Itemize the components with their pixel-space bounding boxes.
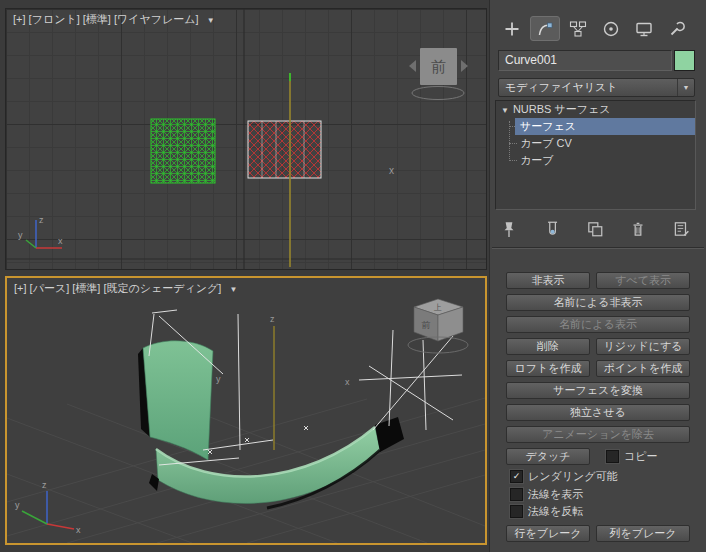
viewport-perspective[interactable]: [+] [パース] [標準] [既定のシェーディング]▼ z y x — [5, 276, 487, 545]
viewport-front-label-text: [+] [フロント] [標準] [ワイヤフレーム] — [13, 13, 199, 25]
perspective-grid — [7, 396, 485, 543]
checkbox-box-checked[interactable]: ✓ — [510, 470, 523, 483]
viewcube-right-arrow-icon[interactable] — [461, 60, 468, 72]
create-loft-button[interactable]: ロフトを作成 — [506, 360, 590, 377]
remove-animation-button[interactable]: アニメーションを除去 — [506, 426, 690, 443]
tripod-z-label: z — [42, 480, 47, 490]
axis-tripod: z x y — [18, 215, 63, 248]
break-column-button[interactable]: 列をブレーク — [596, 525, 690, 542]
axis-tripod: z x y — [15, 480, 81, 535]
viewport-menu-arrow-icon[interactable]: ▼ — [229, 285, 237, 294]
show-normals-checkbox-label: 法線を表示 — [528, 487, 583, 502]
green-wireframe-object[interactable] — [151, 119, 215, 183]
checkbox-box[interactable] — [510, 505, 523, 518]
object-name-field[interactable]: Curve001 — [498, 50, 672, 71]
copy-checkbox-label: コピー — [624, 449, 658, 464]
stack-item-curve-cv[interactable]: カーブ CV — [496, 135, 695, 152]
tab-modify[interactable] — [530, 16, 560, 41]
perspective-shaded-scene: z y x — [7, 278, 485, 543]
flip-normals-checkbox-label: 法線を反転 — [528, 504, 583, 519]
flip-normals-checkbox[interactable]: 法線を反転 — [510, 505, 583, 518]
show-all-button[interactable]: すべて表示 — [596, 272, 690, 289]
stack-item-label: カーブ CV — [520, 137, 572, 149]
axis-y-label: y — [216, 374, 221, 384]
viewcube-left-arrow-icon[interactable] — [409, 60, 416, 72]
renderable-checkbox-label: レンダリング可能 — [528, 469, 618, 484]
tab-create[interactable] — [497, 16, 527, 41]
configure-modifier-sets-icon[interactable] — [672, 220, 690, 238]
axis-z-label: z — [270, 314, 275, 324]
viewport-perspective-label-text: [+] [パース] [標準] [既定のシェーディング] — [14, 282, 221, 294]
expand-arrow-icon[interactable]: ▼ — [501, 106, 509, 115]
viewport-front[interactable]: [+] [フロント] [標準] [ワイヤフレーム]▼ — [5, 8, 487, 270]
viewport-perspective-label[interactable]: [+] [パース] [標準] [既定のシェーディング]▼ — [14, 281, 237, 296]
modify-curve-icon — [536, 20, 554, 38]
show-end-result-icon[interactable] — [543, 220, 561, 238]
tripod-y-label: y — [15, 500, 20, 510]
make-unique-icon[interactable] — [586, 220, 604, 238]
front-wireframe-scene: x 前 z x y — [6, 9, 486, 269]
tab-display[interactable] — [629, 16, 659, 41]
modifier-stack-list: ▼NURBS サーフェス サーフェス カーブ CV カーブ — [495, 100, 696, 210]
show-normals-checkbox[interactable]: 法線を表示 — [510, 488, 583, 501]
detach-button[interactable]: デタッチ — [506, 448, 590, 465]
command-panel-tabs — [497, 16, 692, 42]
viewport-front-label[interactable]: [+] [フロント] [標準] [ワイヤフレーム]▼ — [13, 12, 215, 27]
stack-item-surface-selected[interactable]: サーフェス — [515, 118, 695, 135]
tab-utilities[interactable] — [662, 16, 692, 41]
modifier-list-label: モディファイヤリスト — [499, 81, 618, 93]
tripod-z-label: z — [39, 215, 44, 225]
make-independent-button[interactable]: 独立させる — [506, 404, 690, 421]
stack-toolbar — [500, 218, 690, 240]
create-points-button[interactable]: ポイントを作成 — [596, 360, 690, 377]
tripod-x-label: x — [58, 236, 63, 246]
stack-item-label: NURBS サーフェス — [513, 103, 611, 115]
selected-wireframe-object[interactable] — [248, 121, 321, 178]
command-panel: Curve001 モディファイヤリスト ▼ ▼NURBS サーフェス サーフェス… — [489, 0, 706, 552]
convert-surface-button[interactable]: サーフェスを変換 — [506, 382, 690, 399]
checkbox-box[interactable] — [510, 488, 523, 501]
viewport-menu-arrow-icon[interactable]: ▼ — [207, 16, 215, 25]
create-plus-icon — [503, 20, 521, 38]
panel-divider — [492, 247, 704, 249]
stack-item-label: サーフェス — [520, 120, 576, 132]
hierarchy-icon — [569, 20, 587, 38]
renderable-checkbox[interactable]: ✓ レンダリング可能 — [510, 470, 618, 483]
tab-hierarchy[interactable] — [563, 16, 593, 41]
chevron-down-icon[interactable]: ▼ — [677, 79, 694, 96]
nurbs-surface-object[interactable] — [138, 341, 404, 508]
break-row-button[interactable]: 行をブレーク — [506, 525, 590, 542]
viewcube-orbit-ring[interactable] — [412, 87, 464, 100]
copy-checkbox[interactable]: コピー — [606, 450, 658, 463]
object-color-swatch[interactable] — [674, 50, 695, 71]
show-by-name-button[interactable]: 名前による表示 — [506, 316, 690, 333]
checkbox-box[interactable] — [606, 450, 619, 463]
viewcube[interactable]: 上 前 — [408, 299, 468, 353]
pin-stack-icon[interactable] — [500, 220, 518, 238]
make-rigid-button[interactable]: リジッドにする — [596, 338, 690, 355]
display-monitor-icon — [635, 20, 653, 38]
tripod-y-label: y — [18, 230, 23, 240]
utilities-wrench-icon — [668, 20, 686, 38]
viewcube-face-label[interactable]: 前 — [431, 58, 446, 75]
viewcube-top-label[interactable]: 上 — [433, 303, 442, 312]
stack-item-curve[interactable]: カーブ — [496, 152, 695, 169]
axis-x-label: x — [345, 377, 350, 387]
viewcube-front-label[interactable]: 前 — [422, 320, 431, 330]
hide-by-name-button[interactable]: 名前による非表示 — [506, 294, 690, 311]
tab-motion[interactable] — [596, 16, 626, 41]
axis-x-label: x — [389, 165, 394, 176]
tripod-x-label: x — [76, 525, 81, 535]
stack-item-label: カーブ — [520, 154, 554, 166]
remove-modifier-trash-icon[interactable] — [629, 220, 647, 238]
delete-button[interactable]: 削除 — [506, 338, 590, 355]
motion-wheel-icon — [602, 20, 620, 38]
modifier-list-dropdown[interactable]: モディファイヤリスト ▼ — [498, 78, 695, 97]
viewcube[interactable]: 前 — [409, 48, 468, 100]
hide-button[interactable]: 非表示 — [506, 272, 590, 289]
stack-item-nurbs-surface[interactable]: ▼NURBS サーフェス — [496, 101, 695, 118]
